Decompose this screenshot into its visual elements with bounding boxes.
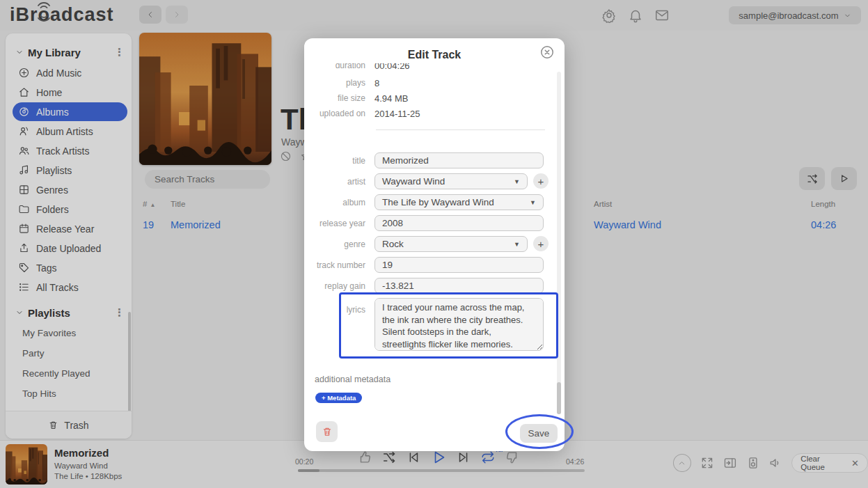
select-caret-icon: ▼ [514, 241, 520, 248]
release-year-input[interactable] [374, 215, 544, 231]
select-caret-icon: ▼ [530, 199, 536, 206]
select-caret-icon: ▼ [514, 178, 520, 185]
artist-select[interactable]: Wayward Wind▼ [374, 173, 528, 189]
plays-label: plays [304, 78, 365, 88]
file-size-value: 4.94 MB [374, 93, 408, 104]
release-year-field-label: release year [304, 219, 365, 228]
delete-track-button[interactable] [316, 421, 338, 442]
replay-gain-input[interactable] [374, 278, 544, 294]
plays-value: 8 [374, 78, 379, 88]
track-number-field-label: track number [304, 260, 365, 270]
add-genre-button[interactable]: + [533, 236, 549, 251]
save-button[interactable]: Save [520, 424, 558, 443]
additional-metadata-label: additional metadata [315, 375, 390, 384]
title-field-label: title [304, 156, 365, 166]
add-metadata-button[interactable]: + Metadata [315, 393, 362, 403]
modal-scrollbar[interactable] [557, 72, 561, 414]
replay-gain-field-label: replay gain [304, 281, 365, 291]
genre-field-label: genre [304, 239, 365, 249]
divider [376, 129, 545, 130]
album-field-label: album [304, 198, 365, 207]
duration-value: 00:04:26 [374, 63, 410, 71]
album-select[interactable]: The Life by Wayward Wind▼ [374, 194, 544, 210]
lyrics-field-label: lyrics [304, 305, 365, 315]
modal-scrollbar-thumb[interactable] [557, 382, 561, 414]
edit-track-modal: Edit Track duration00:04:26 plays8 file … [304, 38, 565, 451]
duration-label: duration [304, 63, 365, 70]
uploaded-on-value: 2014-11-25 [374, 109, 420, 119]
file-size-label: file size [304, 93, 365, 103]
genre-select[interactable]: Rock▼ [374, 236, 528, 252]
artist-field-label: artist [304, 177, 365, 187]
modal-body: duration00:04:26 plays8 file size4.94 MB… [304, 63, 555, 446]
modal-close-icon[interactable] [539, 45, 555, 60]
track-number-input[interactable] [374, 257, 544, 273]
modal-title: Edit Track [304, 49, 565, 61]
add-artist-button[interactable]: + [533, 173, 549, 189]
title-input[interactable] [374, 152, 544, 168]
lyrics-textarea[interactable]: I traced your name across the map, the i… [374, 298, 544, 351]
uploaded-on-label: uploaded on [304, 109, 365, 118]
trash-icon [322, 426, 333, 437]
